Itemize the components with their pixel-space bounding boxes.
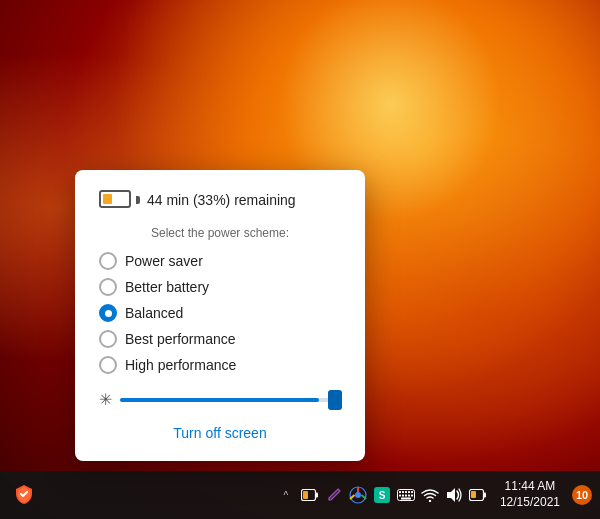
svg-rect-2	[315, 493, 318, 498]
svg-rect-8	[399, 491, 401, 493]
tray-chevron-icon[interactable]: ^	[276, 485, 296, 505]
battery-header: 44 min (33%) remaining	[99, 190, 341, 210]
taskbar-left	[8, 479, 40, 511]
power-scheme-group: Power saver Better battery Balanced Best…	[99, 252, 341, 374]
svg-rect-18	[401, 498, 411, 500]
tray-wifi-icon[interactable]	[420, 485, 440, 505]
scheme-balanced[interactable]: Balanced	[99, 304, 341, 322]
svg-rect-17	[411, 495, 413, 497]
brightness-slider[interactable]	[120, 398, 341, 402]
brightness-icon: ✳	[99, 390, 112, 409]
scheme-power-saver-label: Power saver	[125, 253, 203, 269]
tray-keyboard-icon[interactable]	[396, 485, 416, 505]
tray-battery-icon[interactable]	[300, 485, 320, 505]
clock-date: 12/15/2021	[500, 495, 560, 511]
radio-best-performance[interactable]	[99, 330, 117, 348]
brightness-thumb[interactable]	[328, 390, 342, 410]
power-popup: 44 min (33%) remaining Select the power …	[75, 170, 365, 461]
svg-rect-15	[405, 495, 407, 497]
scheme-best-performance[interactable]: Best performance	[99, 330, 341, 348]
svg-rect-11	[408, 491, 410, 493]
brave-browser-icon[interactable]	[8, 479, 40, 511]
svg-rect-13	[399, 495, 401, 497]
clock-time: 11:44 AM	[505, 479, 556, 495]
radio-balanced[interactable]	[99, 304, 117, 322]
scheme-high-performance-label: High performance	[125, 357, 236, 373]
brightness-row: ✳	[99, 390, 341, 409]
turn-off-screen-button[interactable]: Turn off screen	[99, 421, 341, 445]
system-tray: ^	[276, 485, 488, 505]
scheme-better-battery[interactable]: Better battery	[99, 278, 341, 296]
svg-rect-22	[483, 493, 486, 498]
scheme-best-performance-label: Best performance	[125, 331, 236, 347]
svg-point-4	[355, 492, 361, 498]
scheme-balanced-label: Balanced	[125, 305, 183, 321]
svg-rect-16	[408, 495, 410, 497]
svg-rect-10	[405, 491, 407, 493]
tray-green-icon[interactable]: S	[372, 485, 392, 505]
svg-text:S: S	[379, 490, 386, 501]
tray-volume-icon[interactable]	[444, 485, 464, 505]
system-clock[interactable]: 11:44 AM 12/15/2021	[494, 477, 566, 512]
battery-icon	[99, 190, 135, 210]
svg-rect-12	[411, 491, 413, 493]
svg-rect-21	[471, 491, 476, 498]
svg-rect-1	[303, 491, 308, 499]
radio-power-saver[interactable]	[99, 252, 117, 270]
brightness-fill	[120, 398, 319, 402]
radio-better-battery[interactable]	[99, 278, 117, 296]
scheme-power-saver[interactable]: Power saver	[99, 252, 341, 270]
tray-chrome-icon[interactable]	[348, 485, 368, 505]
radio-high-performance[interactable]	[99, 356, 117, 374]
scheme-high-performance[interactable]: High performance	[99, 356, 341, 374]
svg-rect-9	[402, 491, 404, 493]
chevron-label: ^	[284, 490, 289, 501]
scheme-label: Select the power scheme:	[99, 226, 341, 240]
tray-pen-icon[interactable]	[324, 485, 344, 505]
svg-point-19	[429, 500, 431, 502]
notification-badge[interactable]: 10	[572, 485, 592, 505]
battery-status-text: 44 min (33%) remaining	[147, 192, 296, 208]
taskbar: ^	[0, 471, 600, 519]
taskbar-right: ^	[276, 477, 592, 512]
svg-rect-14	[402, 495, 404, 497]
scheme-better-battery-label: Better battery	[125, 279, 209, 295]
tray-battery-icon-2[interactable]	[468, 485, 488, 505]
